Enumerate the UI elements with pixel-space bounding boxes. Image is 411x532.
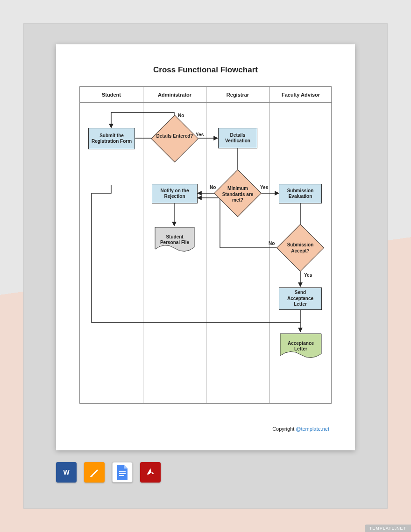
copyright-link[interactable]: @template.net	[296, 426, 329, 432]
lane-header-administrator: Administrator	[143, 87, 206, 103]
decision-details-entered-label: Details Entered?	[154, 133, 196, 140]
format-icons: W	[56, 462, 161, 483]
svg-rect-11	[90, 476, 92, 477]
edge-label-yes: Yes	[196, 132, 204, 137]
edge-label-no: No	[178, 113, 184, 118]
edge-label-yes: Yes	[260, 185, 268, 190]
document-acceptance-letter: Acceptance Letter	[280, 333, 322, 359]
decision-submission-accept-label: Submission Accept?	[279, 242, 321, 254]
lane-separator	[206, 103, 206, 403]
process-send-acceptance: Send Acceptance Letter	[279, 287, 322, 310]
copyright-line: Copyright @template.net	[272, 426, 329, 432]
edge-label-no: No	[269, 241, 275, 246]
svg-rect-13	[119, 473, 126, 474]
document-student-file: Student Personal File	[155, 227, 195, 253]
process-notify-rejection: Notify on the Rejection	[152, 184, 198, 203]
process-submission-evaluation: Submission Evaluation	[279, 184, 322, 203]
lane-header-registrar: Registrar	[206, 87, 269, 103]
page-title: Cross Functional Flowchart	[56, 65, 355, 75]
swimlane-grid: Student Administrator Registrar Faculty …	[79, 86, 332, 404]
lane-header-student: Student	[80, 87, 143, 103]
process-submit-registration: Submit the Registration Form	[88, 128, 135, 149]
watermark: TEMPLATE.NET	[365, 525, 411, 532]
svg-rect-14	[119, 475, 124, 476]
svg-text:W: W	[63, 469, 70, 476]
lane-header-faculty-advisor: Faculty Advisor	[269, 87, 332, 103]
decision-min-standards-label: Minimum Standards are met?	[217, 186, 259, 203]
word-icon[interactable]: W	[56, 462, 77, 483]
lane-separator	[269, 103, 269, 403]
document-page: Cross Functional Flowchart Student Admin…	[56, 44, 355, 450]
lane-separator	[143, 103, 143, 403]
edge-label-no: No	[210, 185, 216, 190]
pdf-icon[interactable]	[140, 462, 161, 483]
svg-rect-12	[119, 471, 126, 472]
edge-label-yes: Yes	[304, 273, 312, 278]
process-details-verification: Details Verification	[218, 128, 257, 148]
pages-icon[interactable]	[84, 462, 105, 483]
google-docs-icon[interactable]	[112, 462, 133, 483]
